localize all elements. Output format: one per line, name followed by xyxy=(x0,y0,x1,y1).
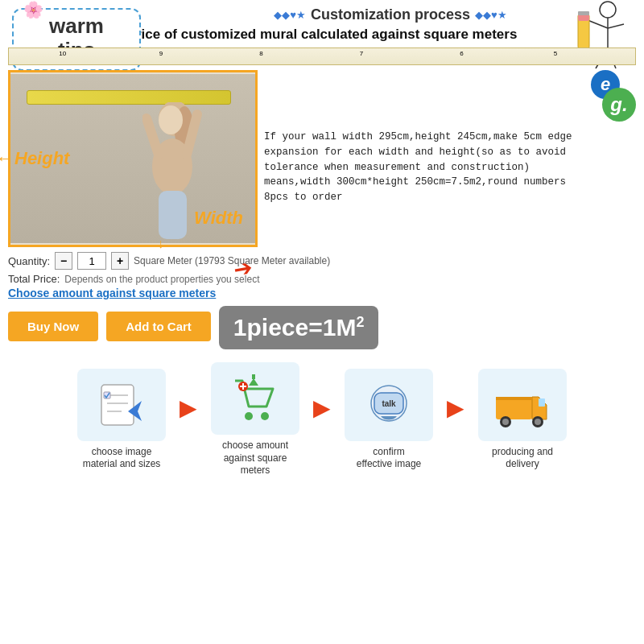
header-deco-right: ◆◆♥★ xyxy=(475,9,507,21)
quantity-label: Quantity: xyxy=(8,255,50,267)
step-2-icon xyxy=(211,362,299,435)
svg-point-38 xyxy=(502,419,509,425)
svg-point-40 xyxy=(535,419,541,425)
piece-badge: 1piece=1M2 xyxy=(219,306,379,349)
header-title: Customization process xyxy=(311,6,470,23)
buttons-row: Buy Now Add to Cart xyxy=(8,312,211,341)
svg-rect-10 xyxy=(578,11,589,15)
flower-icon: 🌸 xyxy=(23,0,43,19)
step-1: choose imagematerial and sizes xyxy=(57,369,186,471)
step-1-label: choose imagematerial and sizes xyxy=(83,446,161,471)
left-arrow: ← xyxy=(0,148,14,169)
choose-amount-text: Choose amount against square meters xyxy=(8,287,636,299)
ruler: 10 9 8 7 6 5 xyxy=(8,47,636,65)
svg-point-25 xyxy=(261,412,269,420)
step-2-label: choose amountagainst squaremeters xyxy=(222,440,288,477)
price-row: Total Price: Depends on the product prop… xyxy=(8,273,636,285)
step-4: producing anddelivery xyxy=(458,369,587,471)
svg-rect-30 xyxy=(252,374,255,379)
buy-now-button[interactable]: Buy Now xyxy=(8,312,98,341)
height-label: Height xyxy=(14,148,69,169)
svg-rect-34 xyxy=(496,397,532,419)
step-3-label: confirmeffective image xyxy=(357,446,422,471)
svg-rect-36 xyxy=(539,398,545,407)
header-deco-left: ◆◆♥★ xyxy=(274,9,306,21)
action-row: Buy Now Add to Cart 1piece=1M2 ➔ xyxy=(8,306,636,349)
price-label: Total Price: xyxy=(8,273,60,285)
ruler-area: 10 9 8 7 6 5 xyxy=(8,47,636,65)
quantity-input[interactable] xyxy=(77,252,106,270)
svg-point-24 xyxy=(245,412,253,420)
step-4-icon xyxy=(478,369,567,441)
example-text: If your wall width 295cm,height 245cm,ma… xyxy=(264,130,636,205)
text-area: e g. If your wall width 295cm,height 245… xyxy=(264,70,636,247)
measurement-image-area: Height ← Width ↓ xyxy=(8,70,258,247)
svg-marker-29 xyxy=(249,378,258,386)
step-1-icon xyxy=(77,369,166,441)
svg-text:talk: talk xyxy=(382,399,396,408)
piece-badge-text: 1piece=1M2 xyxy=(233,314,365,341)
header: 🌸 warm tips ◆◆♥★ Customization process ◆… xyxy=(0,0,644,27)
svg-point-13 xyxy=(159,105,183,134)
price-value: Depends on the product properties you se… xyxy=(64,274,259,285)
add-to-cart-button[interactable]: Add to Cart xyxy=(106,312,211,341)
step-4-label: producing anddelivery xyxy=(492,446,553,471)
step-2: choose amountagainst squaremeters xyxy=(191,362,320,477)
svg-line-2 xyxy=(588,20,608,28)
svg-rect-17 xyxy=(159,191,187,239)
svg-rect-9 xyxy=(578,14,589,21)
main-content: Height ← Width ↓ e g. If your wall width… xyxy=(0,70,644,247)
steps-area: choose imagematerial and sizes ▶ choose … xyxy=(0,354,644,484)
svg-rect-41 xyxy=(496,397,532,400)
quantity-plus-button[interactable]: + xyxy=(111,252,129,270)
eg-circle-g: g. xyxy=(602,88,636,122)
quantity-row: Quantity: − + Square Meter (19793 Square… xyxy=(8,252,636,270)
step-3-icon: talk xyxy=(345,369,433,441)
svg-line-15 xyxy=(147,118,159,155)
svg-line-3 xyxy=(608,24,624,28)
svg-rect-18 xyxy=(101,385,134,425)
width-label: Width xyxy=(194,208,243,229)
eg-badge-area: e g. xyxy=(264,70,636,126)
controls-wrapper: Quantity: − + Square Meter (19793 Square… xyxy=(0,247,644,354)
svg-point-0 xyxy=(600,2,616,18)
step-3: talk confirmeffective image xyxy=(324,369,453,471)
quantity-minus-button[interactable]: − xyxy=(55,252,72,270)
